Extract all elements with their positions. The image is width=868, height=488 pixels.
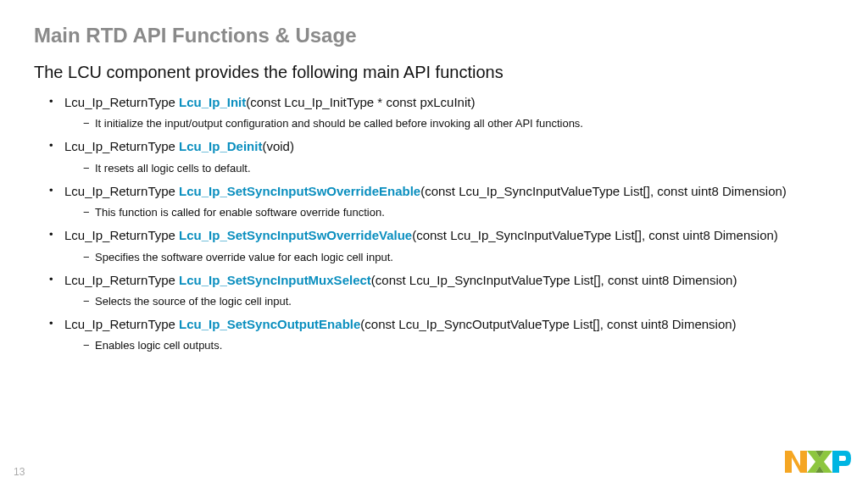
api-desc: This function is called for enable softw… [83,205,834,220]
page-number: 13 [14,466,25,478]
api-desc-list: It resets all logic cells to default. [64,161,834,176]
api-item: Lcu_Ip_ReturnType Lcu_Ip_SetSyncInputSwO… [49,183,834,220]
svg-marker-0 [785,451,807,473]
api-desc: It initialize the input/output configura… [83,116,834,131]
slide-title: Main RTD API Functions & Usage [34,24,834,47]
function-name: Lcu_Ip_Deinit [179,139,262,153]
api-desc: Enables logic cell outputs. [83,338,834,353]
function-name: Lcu_Ip_Init [179,95,246,109]
return-type: Lcu_Ip_ReturnType [64,273,179,287]
api-item: Lcu_Ip_ReturnType Lcu_Ip_Deinit(void)It … [49,138,834,175]
api-item: Lcu_Ip_ReturnType Lcu_Ip_SetSyncInputSwO… [49,227,834,264]
api-desc: It resets all logic cells to default. [83,161,834,176]
nxp-logo-icon [785,449,851,478]
signature: (const Lcu_Ip_InitType * const pxLcuInit… [246,95,475,109]
slide-subtitle: The LCU component provides the following… [34,63,834,82]
signature: (const Lcu_Ip_SyncInputValueType List[],… [420,184,787,198]
api-item: Lcu_Ip_ReturnType Lcu_Ip_SetSyncInputMux… [49,272,834,309]
api-desc: Specifies the software override value fo… [83,250,834,265]
return-type: Lcu_Ip_ReturnType [64,139,179,153]
api-desc-list: This function is called for enable softw… [64,205,834,220]
function-name: Lcu_Ip_SetSyncInputSwOverrideEnable [179,184,420,198]
function-name: Lcu_Ip_SetSyncOutputEnable [179,317,360,331]
return-type: Lcu_Ip_ReturnType [64,317,179,331]
function-name: Lcu_Ip_SetSyncInputSwOverrideValue [179,228,412,242]
api-desc: Selects the source of the logic cell inp… [83,294,834,309]
function-name: Lcu_Ip_SetSyncInputMuxSelect [179,273,371,287]
api-desc-list: Enables logic cell outputs. [64,338,834,353]
api-list: Lcu_Ip_ReturnType Lcu_Ip_Init(const Lcu_… [34,94,834,354]
signature: (const Lcu_Ip_SyncInputValueType List[],… [371,273,737,287]
api-desc-list: Specifies the software override value fo… [64,250,834,265]
api-item: Lcu_Ip_ReturnType Lcu_Ip_Init(const Lcu_… [49,94,834,131]
return-type: Lcu_Ip_ReturnType [64,228,179,242]
signature: (const Lcu_Ip_SyncInputValueType List[],… [412,228,778,242]
api-desc-list: Selects the source of the logic cell inp… [64,294,834,309]
return-type: Lcu_Ip_ReturnType [64,95,179,109]
signature: (void) [262,139,294,153]
signature: (const Lcu_Ip_SyncOutputValueType List[]… [360,317,736,331]
api-desc-list: It initialize the input/output configura… [64,116,834,131]
api-item: Lcu_Ip_ReturnType Lcu_Ip_SetSyncOutputEn… [49,316,834,353]
return-type: Lcu_Ip_ReturnType [64,184,179,198]
